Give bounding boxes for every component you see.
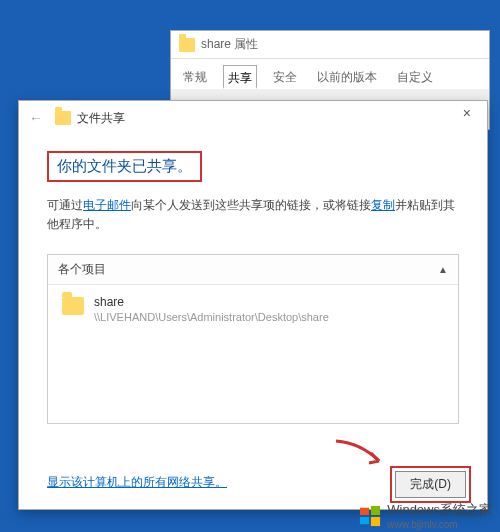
folder-icon — [179, 38, 195, 52]
share-content: 你的文件夹已共享。 可通过电子邮件向某个人发送到这些共享项的链接，或将链接复制并… — [19, 135, 487, 507]
svg-rect-1 — [371, 505, 380, 514]
list-item[interactable]: share \\LIVEHAND\Users\Administrator\Des… — [48, 285, 458, 333]
watermark: Windows系统之家 www.bjjmlv.com — [359, 501, 492, 530]
tab-customize[interactable]: 自定义 — [393, 65, 437, 89]
tab-security[interactable]: 安全 — [269, 65, 301, 89]
folder-icon — [55, 111, 71, 125]
file-sharing-dialog: ← 文件共享 × 你的文件夹已共享。 可通过电子邮件向某个人发送到这些共享项的链… — [18, 100, 488, 510]
properties-title: share 属性 — [201, 36, 258, 53]
shared-items-list: 各个项目 ▲ share \\LIVEHAND\Users\Administra… — [47, 254, 459, 424]
tab-previous-versions[interactable]: 以前的版本 — [313, 65, 381, 89]
show-all-shares-link[interactable]: 显示该计算机上的所有网络共享。 — [47, 474, 227, 491]
watermark-title: Windows系统之家 — [387, 501, 492, 519]
done-button-highlight: 完成(D) — [390, 466, 471, 503]
heading-highlight: 你的文件夹已共享。 — [47, 151, 202, 182]
svg-rect-2 — [360, 516, 369, 523]
tab-sharing[interactable]: 共享 — [223, 65, 257, 89]
watermark-url: www.bjjmlv.com — [387, 519, 492, 530]
share-titlebar: ← 文件共享 × — [19, 101, 487, 135]
item-text: share \\LIVEHAND\Users\Administrator\Des… — [94, 295, 329, 323]
windows-logo-icon — [359, 505, 381, 527]
watermark-text: Windows系统之家 www.bjjmlv.com — [387, 501, 492, 530]
item-name: share — [94, 295, 329, 309]
properties-titlebar: share 属性 — [171, 31, 489, 59]
desc-text-middle: 向某个人发送到这些共享项的链接，或将链接 — [131, 198, 371, 212]
share-dialog-title: 文件共享 — [77, 110, 125, 127]
folder-icon — [62, 297, 84, 315]
tab-general[interactable]: 常规 — [179, 65, 211, 89]
properties-tabs: 常规 共享 安全 以前的版本 自定义 — [171, 59, 489, 89]
chevron-up-icon[interactable]: ▲ — [438, 264, 448, 275]
done-button[interactable]: 完成(D) — [395, 471, 466, 498]
close-icon[interactable]: × — [455, 101, 479, 125]
desc-text-prefix: 可通过 — [47, 198, 83, 212]
shared-heading: 你的文件夹已共享。 — [57, 157, 192, 174]
svg-rect-3 — [371, 516, 380, 525]
back-arrow-icon[interactable]: ← — [29, 110, 43, 126]
copy-link[interactable]: 复制 — [371, 198, 395, 212]
items-header[interactable]: 各个项目 ▲ — [48, 255, 458, 285]
annotation-arrow-icon — [331, 433, 391, 473]
item-path: \\LIVEHAND\Users\Administrator\Desktop\s… — [94, 311, 329, 323]
items-header-label: 各个项目 — [58, 261, 106, 278]
email-link[interactable]: 电子邮件 — [83, 198, 131, 212]
svg-rect-0 — [360, 507, 369, 514]
share-description: 可通过电子邮件向某个人发送到这些共享项的链接，或将链接复制并粘贴到其他程序中。 — [47, 196, 459, 234]
